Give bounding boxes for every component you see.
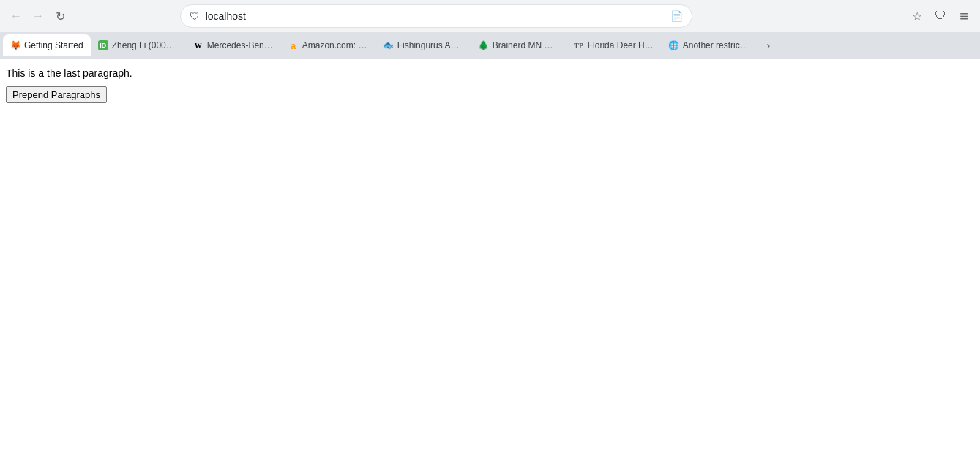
- tab-brainerd[interactable]: 🌲 Brainerd MN Hunting ...: [471, 34, 566, 56]
- tab-label-amazon: Amazon.com: ExpertP...: [302, 40, 369, 50]
- tab-label-fishingurus: Fishingurus Angler's I...: [397, 40, 464, 50]
- tab-icon-florida-deer: TP: [574, 40, 584, 50]
- prepend-paragraphs-button[interactable]: Prepend Paragraphs: [6, 86, 107, 103]
- tab-icon-zheng-li: ID: [98, 40, 108, 50]
- tab-label-brainerd: Brainerd MN Hunting ...: [493, 40, 559, 50]
- back-button[interactable]: ←: [6, 6, 26, 26]
- tabs-bar: 🦊 Getting Started ID Zheng Li (0000-0002…: [0, 32, 980, 59]
- tab-icon-amazon: a: [288, 40, 299, 50]
- tab-icon-fishingurus: 🐟: [384, 40, 394, 50]
- tab-zheng-li[interactable]: ID Zheng Li (0000-0002-3...: [91, 34, 186, 56]
- toolbar-right: ☆ 🛡 ≡: [907, 6, 974, 26]
- browser-chrome: ← → ↻ 🛡 📄 ☆ 🛡 ≡ 🦊 Getting Started ID Zhe…: [0, 0, 980, 59]
- tab-icon-another: 🌐: [669, 40, 679, 50]
- last-paragraph: This is a the last paragraph.: [6, 67, 974, 79]
- bookmark-page-icon[interactable]: 📄: [670, 10, 683, 22]
- tab-icon-getting-started: 🦊: [10, 40, 20, 50]
- address-bar-input[interactable]: [206, 10, 665, 22]
- menu-button[interactable]: ≡: [954, 6, 974, 26]
- reload-button[interactable]: ↻: [50, 6, 70, 26]
- tabs-overflow-button[interactable]: ›: [760, 37, 777, 54]
- tab-florida-deer[interactable]: TP Florida Deer Hunting S...: [566, 34, 662, 56]
- nav-buttons: ← → ↻: [6, 6, 70, 26]
- tab-another[interactable]: 🌐 Another restrictive dee...: [662, 34, 757, 56]
- firefox-shield-button[interactable]: 🛡: [930, 6, 951, 26]
- tab-label-zheng-li: Zheng Li (0000-0002-3...: [112, 40, 179, 50]
- tab-amazon[interactable]: a Amazon.com: ExpertP...: [281, 34, 376, 56]
- shield-icon: 🛡: [190, 10, 200, 22]
- browser-toolbar: ← → ↻ 🛡 📄 ☆ 🛡 ≡: [0, 0, 980, 32]
- tab-label-another: Another restrictive dee...: [683, 40, 749, 50]
- forward-button[interactable]: →: [28, 6, 48, 26]
- address-bar-icons: 📄: [670, 10, 683, 22]
- tab-icon-brainerd: 🌲: [479, 40, 489, 50]
- tab-icon-mercedes: W: [193, 40, 203, 50]
- tab-mercedes[interactable]: W Mercedes-Benz G-Clas...: [186, 34, 281, 56]
- tab-label-getting-started: Getting Started: [24, 40, 83, 50]
- tab-label-mercedes: Mercedes-Benz G-Clas...: [207, 40, 274, 50]
- tab-getting-started[interactable]: 🦊 Getting Started: [3, 34, 91, 56]
- page-content: This is a the last paragraph. Prepend Pa…: [0, 59, 980, 458]
- address-bar-container: 🛡 📄: [180, 4, 692, 28]
- star-button[interactable]: ☆: [907, 6, 927, 26]
- tab-label-florida-deer: Florida Deer Hunting S...: [588, 40, 654, 50]
- tab-fishingurus[interactable]: 🐟 Fishingurus Angler's I...: [376, 34, 471, 56]
